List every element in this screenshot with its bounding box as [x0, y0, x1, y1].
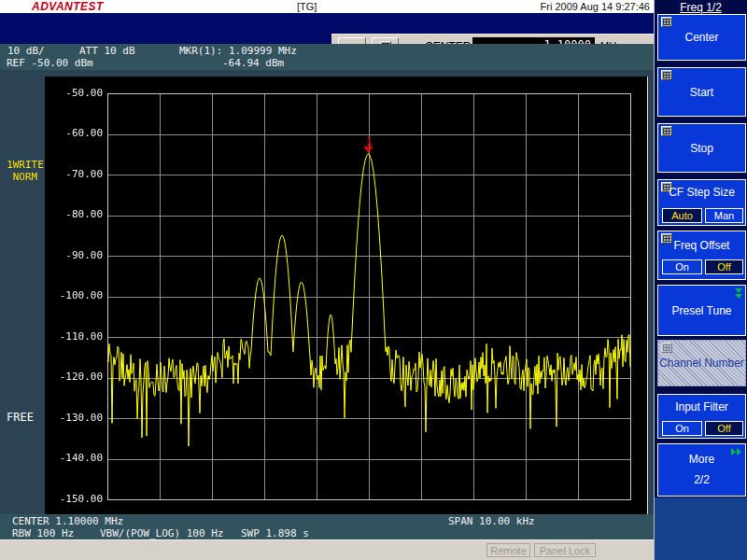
softkey-center[interactable]: Center — [657, 14, 746, 61]
keypad-icon — [661, 126, 672, 136]
ref-level-readout: REF -50.00 dBm — [7, 57, 93, 69]
double-down-arrow-icon — [735, 288, 742, 300]
trace-write-label: 1WRITE — [3, 159, 48, 171]
freq-offset-on-label: On — [675, 261, 689, 273]
keypad-icon — [661, 70, 672, 80]
softkey-stop-label: Stop — [690, 142, 713, 155]
spectrum-canvas — [45, 77, 647, 514]
center-readout: CENTER 1.10000 MHz — [12, 515, 123, 527]
softkey-channel-number-label: Channel Number — [659, 357, 744, 370]
softkey-cf-step-size[interactable]: CF Step Size Auto Man — [657, 179, 746, 226]
entry-band: x CENTER 1.10000 MHz — [0, 13, 654, 44]
remote-button[interactable]: Remote — [486, 543, 530, 557]
cf-step-auto-toggle[interactable]: Auto — [662, 208, 702, 223]
status-bar: Remote Panel Lock — [0, 539, 654, 560]
sweep-time-readout: SWP 1.898 s — [241, 527, 309, 539]
freq-offset-on-toggle[interactable]: On — [662, 259, 702, 274]
input-filter-on-toggle[interactable]: On — [662, 421, 702, 436]
softkey-start[interactable]: Start — [657, 67, 746, 117]
settings-readout-bottom: CENTER 1.10000 MHz SPAN 10.00 kHz RBW 10… — [0, 514, 654, 539]
remote-label: Remote — [490, 545, 527, 556]
softkey-freq-offset-label: Freq Offset — [658, 239, 745, 252]
advantest-logo: ADVANTEST — [32, 0, 104, 13]
marker-level-readout: -64.94 dBm — [222, 57, 284, 69]
span-readout: SPAN 10.00 kHz — [448, 515, 535, 527]
trace-mode-label: 1WRITE NORM — [3, 159, 48, 183]
input-filter-off-toggle[interactable]: Off — [705, 421, 743, 436]
softkey-menu: Freq 1/2 Center Start Stop CF Step Size … — [654, 0, 747, 560]
softkey-more-label: More — [658, 453, 745, 466]
freq-offset-off-label: Off — [717, 261, 730, 273]
softkey-more-page: 2/2 — [658, 473, 745, 486]
cf-step-man-toggle[interactable]: Man — [705, 208, 743, 223]
softkey-channel-number: Channel Number — [657, 340, 746, 386]
softkey-input-filter-label: Input Filter — [658, 400, 745, 413]
keypad-icon — [661, 343, 672, 353]
graticule-area — [45, 77, 648, 515]
softkey-presel-tune[interactable]: Presel Tune — [657, 285, 746, 336]
tg-mode-tag: [TG] — [297, 1, 317, 12]
vbw-readout: VBW/(POW_LOG) 100 Hz — [100, 527, 223, 539]
trigger-mode-label: FREE — [7, 411, 34, 424]
menu-title: Freq 1/2 — [655, 1, 747, 14]
spectrum-analyzer-screen: ADVANTEST [TG] Fri 2009 Aug 14 9:27:46 x… — [0, 0, 747, 560]
cf-step-man-label: Man — [714, 210, 734, 221]
softkey-center-label: Center — [684, 31, 718, 44]
marker-frequency-readout: MKR(1): 1.09999 MHz — [179, 45, 297, 57]
datetime-label: Fri 2009 Aug 14 9:27:46 — [541, 1, 650, 12]
input-filter-on-label: On — [675, 423, 689, 434]
panel-lock-button[interactable]: Panel Lock — [534, 543, 596, 557]
settings-readout-top: 10 dB/ ATT 10 dB MKR(1): 1.09999 MHz REF… — [0, 44, 654, 70]
softkey-input-filter[interactable]: Input Filter On Off — [657, 394, 746, 439]
title-bar: ADVANTEST [TG] Fri 2009 Aug 14 9:27:46 — [0, 0, 654, 13]
keypad-icon — [661, 17, 672, 27]
softkey-stop[interactable]: Stop — [657, 123, 746, 173]
rbw-readout: RBW 100 Hz — [12, 527, 74, 539]
scale-readout: 10 dB/ — [7, 45, 45, 57]
softkey-menu-footer — [655, 497, 747, 560]
softkey-more[interactable]: More 2/2 — [657, 443, 746, 497]
attenuation-readout: ATT 10 dB — [79, 45, 135, 57]
panel-lock-label: Panel Lock — [540, 545, 590, 556]
softkey-start-label: Start — [690, 86, 713, 99]
softkey-freq-offset[interactable]: Freq Offset On Off — [657, 231, 746, 280]
cf-step-auto-label: Auto — [671, 210, 693, 221]
softkey-presel-tune-label: Presel Tune — [671, 304, 731, 317]
softkey-cf-step-label: CF Step Size — [658, 186, 745, 199]
input-filter-off-label: Off — [717, 423, 730, 434]
trace-norm-label: NORM — [3, 171, 48, 183]
freq-offset-off-toggle[interactable]: Off — [705, 259, 743, 274]
